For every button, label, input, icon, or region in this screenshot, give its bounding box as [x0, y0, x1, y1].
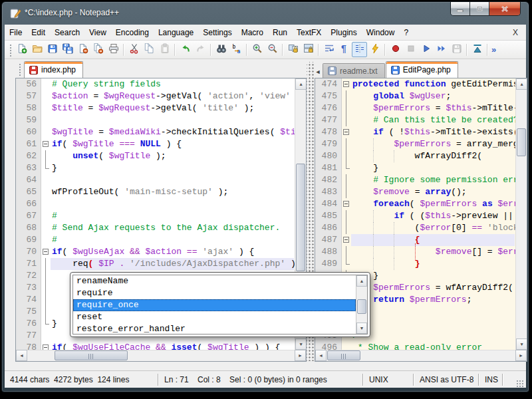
- status-eol-format[interactable]: UNIX: [364, 374, 413, 386]
- tab-label: readme.txt: [340, 66, 378, 76]
- scroll-up-button[interactable]: ▲: [516, 78, 527, 90]
- fold-collapse-box[interactable]: [342, 234, 351, 246]
- code-line: #: [52, 234, 306, 246]
- close-file-button[interactable]: [75, 42, 90, 57]
- scrollbar-thumb[interactable]: [55, 350, 128, 360]
- scroll-down-button[interactable]: ▼: [516, 338, 527, 350]
- word-wrap-button[interactable]: [321, 42, 336, 57]
- autocomplete-scrollbar[interactable]: ▲ ▼: [356, 275, 367, 334]
- sync-h-icon: [303, 43, 314, 57]
- resize-grip[interactable]: [516, 380, 524, 388]
- fold-collapse-box[interactable]: [41, 138, 51, 150]
- scrollbar-thumb[interactable]: [296, 164, 305, 271]
- scroll-down-button[interactable]: ▼: [295, 338, 306, 350]
- vertical-scrollbar[interactable]: ▲ ▼: [515, 78, 527, 350]
- menu-edit[interactable]: Edit: [27, 26, 50, 39]
- open-file-button[interactable]: [29, 42, 45, 57]
- menu-settings[interactable]: Settings: [198, 26, 236, 39]
- menu-file[interactable]: File: [5, 26, 27, 39]
- tab-scroll-left-button[interactable]: ◄: [315, 67, 321, 76]
- save-all-button[interactable]: [60, 42, 75, 57]
- fold-collapse-box[interactable]: [342, 198, 351, 210]
- menu-[interactable]: ?: [399, 26, 413, 39]
- menu-encoding[interactable]: Encoding: [111, 26, 154, 39]
- menu-textfx[interactable]: TextFX: [292, 26, 326, 39]
- new-file-button[interactable]: [14, 42, 29, 57]
- left-horizontal-scrollbar[interactable]: ◄ ►: [16, 350, 306, 361]
- menu-close-document-button[interactable]: X: [505, 26, 526, 39]
- status-insert-mode[interactable]: INS: [479, 374, 502, 386]
- close-all-button[interactable]: [90, 42, 106, 57]
- notepad-plus-plus-window: *C:\index.php - Notepad++ FileEditSearch…: [1, 1, 529, 392]
- run-macro-multiple-button[interactable]: [434, 42, 449, 57]
- tabbar-grip[interactable]: [18, 63, 21, 76]
- fold-collapse-box[interactable]: [342, 78, 351, 90]
- fold-collapse-box[interactable]: [41, 246, 51, 258]
- autocomplete-item[interactable]: reset: [73, 311, 356, 323]
- autocomplete-item-selected[interactable]: require_once: [73, 299, 356, 311]
- sync-vertical-scroll-button[interactable]: [285, 42, 301, 57]
- zoom-in-button[interactable]: [249, 42, 265, 57]
- menu-language[interactable]: Language: [154, 26, 198, 39]
- zoom-out-icon: [267, 43, 278, 57]
- print-button[interactable]: [106, 42, 121, 57]
- tab-readme-txt[interactable]: readme.txt: [323, 63, 385, 78]
- tab-editpage-php[interactable]: EditPage.php: [386, 61, 458, 78]
- autocomplete-item[interactable]: require: [73, 287, 356, 299]
- scrollbar-thumb[interactable]: [517, 128, 526, 156]
- toolbar-separator: [174, 44, 176, 56]
- plugin-command-button[interactable]: [469, 42, 485, 57]
- code-line: [352, 306, 527, 318]
- save-button[interactable]: [45, 42, 60, 57]
- show-all-characters-button[interactable]: ¶: [336, 42, 352, 57]
- menu-run[interactable]: Run: [268, 26, 292, 39]
- find-button[interactable]: [213, 42, 229, 57]
- line-number: 64: [16, 174, 37, 186]
- autocomplete-item[interactable]: renameName: [73, 275, 356, 287]
- autocomplete-item[interactable]: restore_error_handler: [73, 323, 356, 334]
- menu-view[interactable]: View: [84, 26, 111, 39]
- scroll-left-button[interactable]: ◄: [16, 350, 27, 361]
- scroll-up-button[interactable]: ▲: [295, 78, 306, 90]
- toolbar-grip[interactable]: [9, 43, 12, 57]
- code-line: $remove = array();: [352, 186, 527, 198]
- scrollbar-thumb[interactable]: [357, 299, 366, 314]
- restore-button[interactable]: [470, 2, 489, 15]
- menu-search[interactable]: Search: [50, 26, 84, 39]
- line-number: 474: [315, 78, 337, 90]
- save-macro-icon: [452, 43, 462, 57]
- saved-floppy-icon: [328, 66, 336, 75]
- zoom-out-button[interactable]: [265, 42, 280, 57]
- sync-horizontal-scroll-button[interactable]: [301, 42, 316, 57]
- menu-window[interactable]: Window: [362, 26, 400, 39]
- cut-button[interactable]: [126, 42, 142, 57]
- menu-plugins[interactable]: Plugins: [326, 26, 361, 39]
- title-bar[interactable]: *C:\index.php - Notepad++: [2, 2, 529, 25]
- undo-button[interactable]: [178, 42, 193, 57]
- fold-collapse-box[interactable]: [342, 126, 351, 138]
- status-encoding[interactable]: ANSI as UTF-8: [414, 374, 478, 386]
- close-button[interactable]: [489, 2, 520, 15]
- right-horizontal-scrollbar[interactable]: ◄ ►: [315, 350, 527, 361]
- indent-guide-button[interactable]: [352, 42, 367, 57]
- tab-index-php[interactable]: index.php: [24, 61, 83, 78]
- menu-macro[interactable]: Macro: [237, 26, 268, 39]
- playback-macro-button[interactable]: [418, 42, 434, 57]
- record-macro-button[interactable]: [388, 42, 403, 57]
- scroll-up-button[interactable]: ▲: [356, 275, 367, 287]
- fold-line: [41, 162, 51, 174]
- scroll-right-button[interactable]: ►: [515, 350, 527, 361]
- copy-button[interactable]: [142, 42, 157, 57]
- close-all-icon: [93, 43, 104, 57]
- toolbar-overflow-chevron[interactable]: »: [491, 45, 496, 55]
- scroll-down-button[interactable]: ▼: [356, 323, 367, 334]
- scroll-left-button[interactable]: ◄: [315, 350, 327, 361]
- fold-collapse-box[interactable]: [41, 342, 51, 350]
- scroll-right-button[interactable]: ►: [295, 350, 306, 361]
- line-number: 479: [315, 138, 337, 150]
- line-number: 66: [16, 198, 37, 210]
- user-defined-dialog-button[interactable]: [367, 42, 382, 57]
- scrollbar-thumb[interactable]: [327, 350, 360, 360]
- minimize-button[interactable]: [451, 2, 470, 15]
- replace-button[interactable]: ba: [229, 42, 244, 57]
